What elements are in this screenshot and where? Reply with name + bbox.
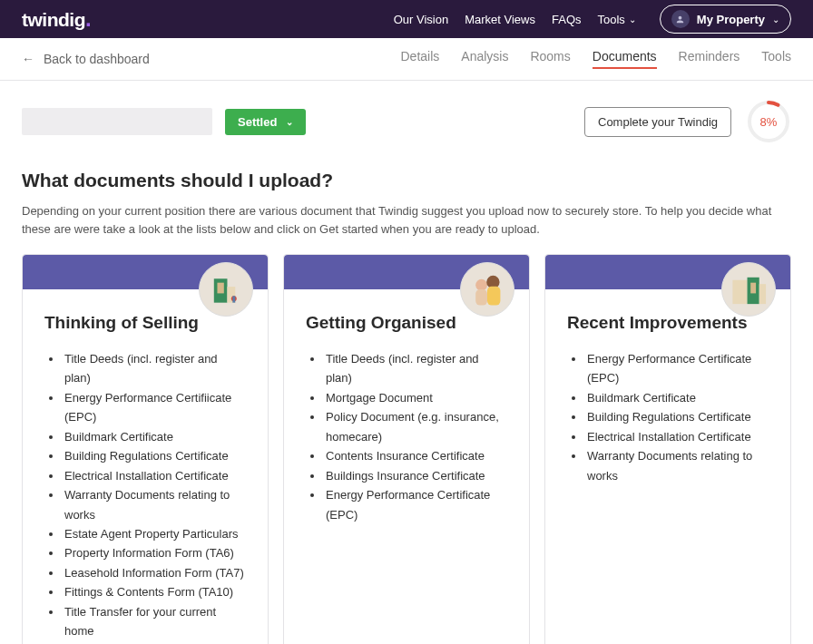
progress-ring: 8% (746, 99, 791, 144)
logo-dot: . (85, 6, 91, 31)
list-item: Property Information Form (TA6) (63, 543, 246, 562)
tabs: Details Analysis Rooms Documents Reminde… (401, 49, 792, 69)
card-body: Getting Organised Title Deeds (incl. reg… (284, 289, 529, 644)
top-nav: Our Vision Market Views FAQs Tools ⌄ My … (394, 5, 791, 34)
list-item: Building Regulations Certificate (585, 407, 769, 426)
list-item: Leasehold Information Form (TA7) (63, 563, 246, 582)
card-body: Recent Improvements Energy Performance C… (545, 289, 790, 644)
my-property-label: My Property (697, 13, 765, 26)
property-thumbnail (22, 108, 212, 135)
card-list: Energy Performance Certificate (EPC)Buil… (567, 349, 769, 644)
svg-rect-6 (232, 296, 235, 302)
progress-percent: 8% (760, 115, 778, 129)
status-right: Complete your Twindig 8% (584, 99, 791, 144)
tab-tools[interactable]: Tools (761, 49, 791, 69)
back-label: Back to dashboard (44, 52, 150, 66)
complete-twindig-button[interactable]: Complete your Twindig (584, 107, 731, 137)
card-getting-organised: Getting Organised Title Deeds (incl. reg… (283, 254, 530, 644)
status-left: Settled ⌄ (22, 108, 306, 135)
list-item: Estate Agent Property Particulars (63, 524, 246, 543)
list-item: Policy Document (e.g. insurance, homecar… (324, 407, 507, 446)
list-item: Mortgage Document (324, 388, 507, 407)
card-illustration (199, 262, 253, 317)
chevron-down-icon: ⌄ (286, 117, 293, 127)
arrow-left-icon: ← (22, 52, 34, 66)
list-item: Title Deeds (incl. register and plan) (63, 349, 246, 388)
chevron-down-icon: ⌄ (772, 15, 779, 24)
card-title: Thinking of Selling (44, 313, 246, 333)
list-item: Mortgage Offer / Valuation (63, 641, 246, 644)
nav-vision[interactable]: Our Vision (394, 13, 448, 26)
card-illustration (460, 262, 514, 317)
topbar: twindig. Our Vision Market Views FAQs To… (0, 0, 813, 38)
card-list: Title Deeds (incl. register and plan)Ene… (44, 349, 246, 644)
list-item: Contents Insurance Certificate (324, 446, 507, 465)
nav-tools-label: Tools (598, 13, 625, 26)
card-title: Recent Improvements (567, 313, 769, 333)
logo-text: twindig (22, 9, 85, 30)
status-row: Settled ⌄ Complete your Twindig 8% (0, 81, 813, 153)
card-title: Getting Organised (306, 313, 507, 333)
list-item: Fittings & Contents Form (TA10) (63, 582, 246, 601)
svg-point-7 (475, 279, 487, 291)
cards-container: Thinking of Selling Title Deeds (incl. r… (22, 254, 791, 644)
back-to-dashboard[interactable]: ← Back to dashboard (22, 52, 150, 66)
tab-documents[interactable]: Documents (593, 49, 657, 69)
tab-details[interactable]: Details (401, 49, 440, 69)
list-item: Electrical Installation Certificate (63, 466, 246, 485)
nav-faqs[interactable]: FAQs (552, 13, 582, 26)
card-thinking-of-selling: Thinking of Selling Title Deeds (incl. r… (22, 254, 269, 644)
logo[interactable]: twindig. (22, 6, 91, 32)
main-content: What documents should I upload? Dependin… (0, 153, 813, 644)
list-item: Electrical Installation Certificate (585, 427, 769, 446)
card-illustration (721, 262, 776, 317)
card-list: Title Deeds (incl. register and plan)Mor… (306, 349, 507, 644)
list-item: Title Deeds (incl. register and plan) (324, 349, 507, 388)
tab-reminders[interactable]: Reminders (679, 49, 740, 69)
list-item: Warranty Documents relating to works (63, 485, 246, 524)
settled-label: Settled (238, 115, 277, 129)
tab-analysis[interactable]: Analysis (461, 49, 508, 69)
chevron-down-icon: ⌄ (629, 15, 636, 24)
subbar: ← Back to dashboard Details Analysis Roo… (0, 38, 813, 81)
settled-dropdown[interactable]: Settled ⌄ (225, 109, 306, 135)
list-item: Title Transfer for your current home (63, 602, 246, 641)
nav-tools[interactable]: Tools ⌄ (598, 13, 636, 26)
list-item: Energy Performance Certifiicate (EPC) (63, 388, 246, 427)
list-item: Warranty Documents relating to works (585, 446, 769, 485)
tab-rooms[interactable]: Rooms (530, 49, 570, 69)
card-recent-improvements: Recent Improvements Energy Performance C… (544, 254, 791, 644)
svg-rect-11 (732, 280, 747, 304)
svg-rect-3 (217, 283, 223, 294)
page-heading: What documents should I upload? (22, 170, 791, 191)
svg-rect-14 (759, 284, 766, 304)
page-description: Depending on your current position there… (22, 202, 791, 238)
nav-market[interactable]: Market Views (465, 13, 535, 26)
my-property-button[interactable]: My Property ⌄ (660, 5, 791, 34)
user-icon (671, 10, 690, 28)
list-item: Buildmark Certificate (63, 427, 246, 446)
card-body: Thinking of Selling Title Deeds (incl. r… (23, 289, 268, 644)
list-item: Energy Performance Certificate (EPC) (585, 349, 769, 388)
list-item: Buildings Insurance Certificate (324, 466, 507, 485)
list-item: Building Regulations Certificate (63, 446, 246, 465)
svg-rect-9 (475, 289, 487, 306)
svg-rect-13 (750, 283, 756, 294)
list-item: Energy Performance Certificate (EPC) (324, 485, 507, 524)
svg-rect-10 (487, 287, 500, 306)
list-item: Buildmark Certificate (585, 388, 769, 407)
